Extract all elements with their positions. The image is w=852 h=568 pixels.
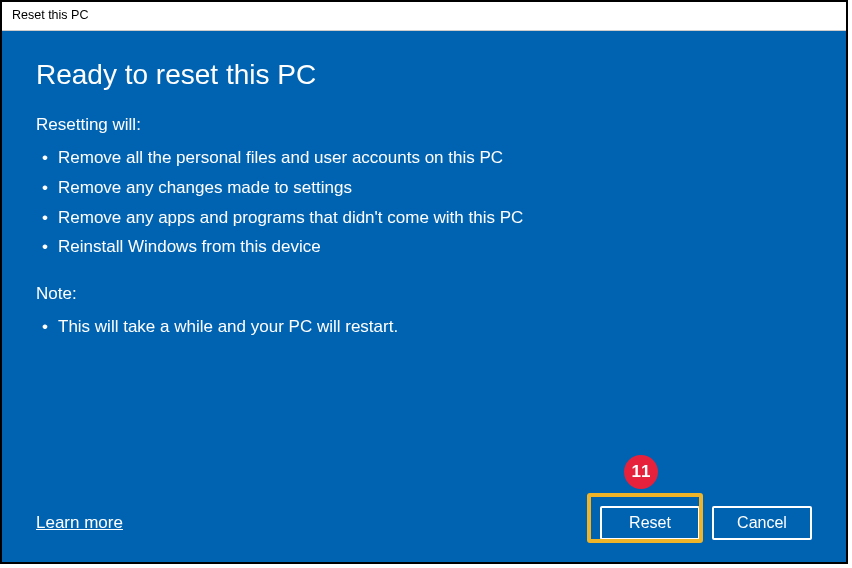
page-title: Ready to reset this PC	[36, 59, 812, 91]
learn-more-link[interactable]: Learn more	[36, 513, 123, 533]
list-item: Remove any changes made to settings	[36, 173, 812, 203]
list-item: Remove any apps and programs that didn't…	[36, 203, 812, 233]
list-item: Remove all the personal files and user a…	[36, 143, 812, 173]
reset-pc-dialog: Reset this PC Ready to reset this PC Res…	[0, 0, 848, 564]
note-label: Note:	[36, 284, 812, 304]
dialog-content: Ready to reset this PC Resetting will: R…	[2, 31, 846, 562]
dialog-footer: Learn more Reset Cancel	[36, 506, 812, 540]
window-title: Reset this PC	[2, 2, 846, 31]
resetting-label: Resetting will:	[36, 115, 812, 135]
button-row: Reset Cancel	[600, 506, 812, 540]
reset-button[interactable]: Reset	[600, 506, 700, 540]
list-item: This will take a while and your PC will …	[36, 312, 812, 342]
note-list: This will take a while and your PC will …	[36, 312, 812, 342]
cancel-button[interactable]: Cancel	[712, 506, 812, 540]
list-item: Reinstall Windows from this device	[36, 232, 812, 262]
resetting-list: Remove all the personal files and user a…	[36, 143, 812, 262]
